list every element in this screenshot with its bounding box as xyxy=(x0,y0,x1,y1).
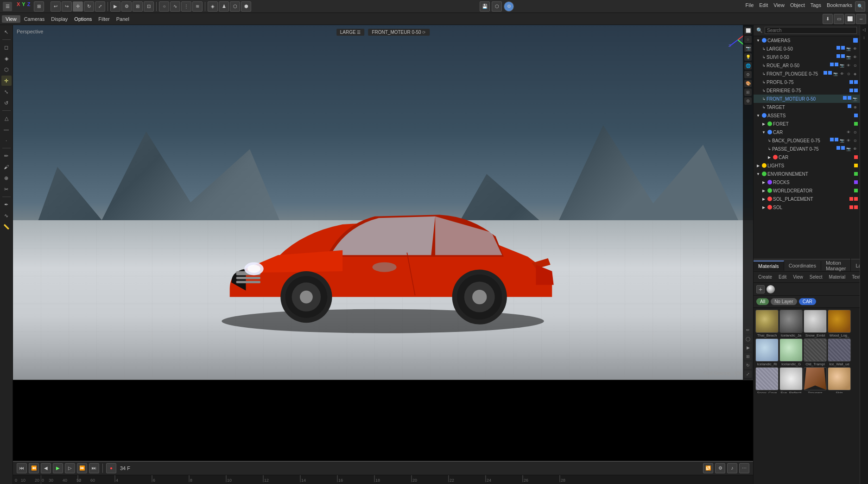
timeline-ruler[interactable]: 0 2 4 6 8 10 12 14 xyxy=(13,475,753,484)
vp-camera-icon[interactable]: 📷 xyxy=(744,45,752,52)
vp-pen-icon[interactable]: ✏ xyxy=(744,326,752,334)
move-icon[interactable]: ✛ xyxy=(73,1,83,12)
tree-roue-ar[interactable]: ↳ ROUE_AR 0-50 📷 👁 ⊙ xyxy=(754,61,860,70)
roue-extra-icon[interactable]: ⊙ xyxy=(852,63,858,68)
tl-play-btn[interactable]: ▶ xyxy=(53,463,63,473)
tl-settings-btn[interactable]: ⚙ xyxy=(715,463,725,473)
deform-icon[interactable]: ⋮ xyxy=(181,1,191,12)
vp-icon3[interactable]: ⬜ xyxy=(845,14,855,24)
filter-car-btn[interactable]: CAR xyxy=(799,298,816,305)
bezier-tool[interactable]: ∿ xyxy=(1,210,12,221)
paint-tool[interactable]: 🖌 xyxy=(1,162,12,172)
cursor-tool[interactable]: ↖ xyxy=(1,27,12,37)
tl-prev-btn[interactable]: ◀ xyxy=(41,463,51,473)
scale-tool[interactable]: ⤡ xyxy=(1,87,12,97)
mat-ice-wall[interactable]: Ice_Wall_ue xyxy=(828,338,851,366)
tl-next-key-btn[interactable]: ⏩ xyxy=(77,463,87,473)
tree-target[interactable]: ↳ TARGET ⊕ xyxy=(754,103,860,111)
point-tool[interactable]: · xyxy=(1,135,12,146)
tree-front-moteur[interactable]: ↳ FRONT_MOTEUR 0-50 📷 xyxy=(754,95,860,103)
view-tab[interactable]: View xyxy=(2,15,20,23)
tl-start-btn[interactable]: ⏮ xyxy=(17,463,27,473)
vp-sphere-icon[interactable]: ○ xyxy=(744,36,752,43)
knife-tool[interactable]: ✂ xyxy=(1,184,12,194)
vp-cube-icon[interactable]: ⬜ xyxy=(744,27,752,34)
viewport[interactable]: Perspective LARGE ☰ FRONT_MOTEUR 0-50 ⟳ xyxy=(13,25,753,380)
character-icon[interactable]: ♟ xyxy=(219,1,229,12)
vp-expand-icon[interactable]: ⤢ xyxy=(744,370,752,378)
suivi-eye-icon[interactable]: 👁 xyxy=(852,54,858,60)
cameras-menu[interactable]: Cameras xyxy=(21,15,48,23)
save-icon[interactable]: 💾 xyxy=(480,1,490,12)
object-snap-icon[interactable]: ○ xyxy=(159,1,169,12)
tree-lights[interactable]: ▶ LIGHTS xyxy=(754,161,860,170)
menu-object[interactable]: Object xyxy=(787,1,808,12)
edge-tool[interactable]: — xyxy=(1,124,12,134)
vp-icon1[interactable]: ⬇ xyxy=(823,14,833,24)
expand-env[interactable]: ▼ xyxy=(755,171,761,177)
tree-foret[interactable]: ▶ FORET xyxy=(754,120,860,128)
material-icon[interactable]: ◈ xyxy=(208,1,218,12)
settings-icon[interactable]: ⚙ xyxy=(504,1,514,12)
sub-edit[interactable]: Edit xyxy=(777,274,788,280)
vp-icon4[interactable]: ↔ xyxy=(856,14,866,24)
vp-grid2-icon[interactable]: ⊞ xyxy=(744,353,752,360)
pd-eye[interactable]: 👁 xyxy=(852,146,858,152)
tl-audio-btn[interactable]: ♪ xyxy=(727,463,737,473)
menu-file[interactable]: File xyxy=(743,1,757,12)
model-tool[interactable]: ◻ xyxy=(1,42,12,52)
vp-gear2-icon[interactable]: ⚙ xyxy=(744,97,752,105)
tree-front-plongee[interactable]: ↳ FRONT_PLONGEE 0-75 📷 👁 ⊙ ◈ xyxy=(754,70,860,78)
grid-icon[interactable]: ⊞ xyxy=(133,1,143,12)
menu-edit[interactable]: Edit xyxy=(756,1,771,12)
vp-palette-icon[interactable]: 🎨 xyxy=(744,80,752,87)
menu-view[interactable]: View xyxy=(771,1,787,12)
expand-car[interactable]: ▼ xyxy=(761,129,767,135)
filter-all-btn[interactable]: All xyxy=(756,298,769,305)
expand-cameras[interactable]: ▼ xyxy=(755,38,761,43)
expand-assets[interactable]: ▼ xyxy=(755,113,761,118)
tree-profil[interactable]: ↳ PROFIL 0-75 xyxy=(754,78,860,86)
vp-light-icon[interactable]: 💡 xyxy=(744,53,752,61)
tree-derriere[interactable]: ↳ DERRIERE 0-75 xyxy=(754,86,860,95)
save-incr-icon[interactable]: ⬡ xyxy=(492,1,502,12)
mat-old-trampl[interactable]: Old_Trampl xyxy=(804,338,827,366)
pen-tool[interactable]: ✒ xyxy=(1,199,12,210)
tree-car-group[interactable]: ▼ CAR 👁 ⊙ xyxy=(754,128,860,136)
fp-eye[interactable]: 👁 xyxy=(839,71,845,76)
mat-wood-log[interactable]: Wood_Log_ xyxy=(828,310,851,338)
mat-trousers[interactable]: Trousers xyxy=(804,367,827,393)
cg-extra[interactable]: ⊙ xyxy=(852,129,858,135)
expand-rocks[interactable]: ▶ xyxy=(761,179,767,185)
scale-icon[interactable]: ⤢ xyxy=(95,1,105,12)
mat-icelandic-g[interactable]: Icelandic_G xyxy=(779,338,803,366)
vp-globe-icon[interactable]: 🌐 xyxy=(744,62,752,70)
sub-select[interactable]: Select xyxy=(808,274,824,280)
tl-next-btn[interactable]: ▷ xyxy=(65,463,75,473)
sub-texture[interactable]: Texture xyxy=(850,274,860,280)
filter-no-layer-btn[interactable]: No Layer xyxy=(771,298,797,305)
mat-snow-embl[interactable]: Snow_Embl xyxy=(804,310,827,338)
vp-circle-icon[interactable]: ◯ xyxy=(744,335,752,343)
snap-icon[interactable]: ⊞ xyxy=(34,1,44,12)
app-icon[interactable]: ☰ xyxy=(3,2,12,11)
move-tool[interactable]: ✛ xyxy=(1,76,12,86)
rotate-icon[interactable]: ↻ xyxy=(84,1,94,12)
tree-large[interactable]: ↳ LARGE 0-50 📷 👁 xyxy=(754,45,860,53)
vp-refresh-icon[interactable]: ↻ xyxy=(744,362,752,369)
tab-layers[interactable]: Layers xyxy=(851,261,860,270)
bp-eye[interactable]: 👁 xyxy=(846,138,851,143)
tab-materials[interactable]: Materials xyxy=(754,261,784,271)
texture-tool[interactable]: ⬡ xyxy=(1,64,12,75)
eye-icon[interactable]: 👁 xyxy=(852,46,858,51)
ori-icon2[interactable]: ↕ xyxy=(861,34,868,41)
roue-eye-icon[interactable]: 👁 xyxy=(846,63,851,68)
expand-lights[interactable]: ▶ xyxy=(755,163,761,168)
mat-snow-cove[interactable]: Snow_Cove xyxy=(755,367,779,393)
vp-gear-icon[interactable]: ⚙ xyxy=(744,71,752,78)
search-icon[interactable]: 🔍 xyxy=(855,1,865,12)
rotate-tool[interactable]: ↺ xyxy=(1,98,12,108)
tl-loop-btn[interactable]: 🔁 xyxy=(703,463,713,473)
tree-suivi[interactable]: ↳ SUIVI 0-50 📷 👁 xyxy=(754,53,860,61)
snap-grid-icon[interactable]: ⊡ xyxy=(144,1,154,12)
